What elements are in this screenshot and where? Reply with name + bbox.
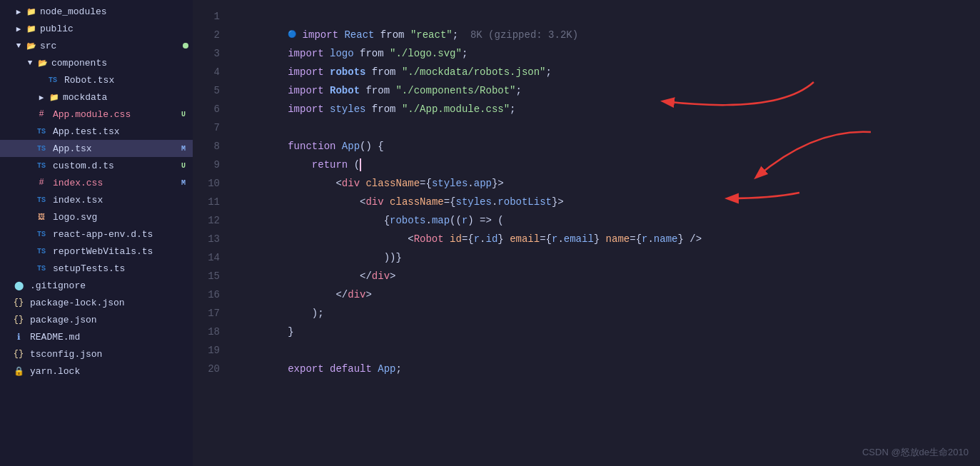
sidebar-item-custom-d-ts[interactable]: TS custom.d.ts U [0,157,193,174]
sidebar: ▶ 📁 node_modules ▶ 📁 public ▼ 📂 src ▼ 📂 … [0,0,193,466]
sidebar-item-tsconfig-json[interactable]: {} tsconfig.json [0,345,193,363]
sidebar-item-label: components [51,58,193,69]
sidebar-item-label: logo.svg [53,212,193,223]
line-number: 18 [193,323,220,341]
sidebar-item-index-tsx[interactable]: TS index.tsx [0,191,193,208]
sidebar-item-robot-tsx[interactable]: TS Robot.tsx [0,71,193,88]
sidebar-item-package-lock-json[interactable]: {} package-lock.json [0,294,193,311]
code-line-15: </div> [240,267,980,285]
code-line-18 [240,323,980,341]
sidebar-item-package-json[interactable]: {} package.json [0,311,193,328]
chevron-down-icon: ▼ [13,41,24,50]
sidebar-item-label: mockdata [63,92,193,103]
code-line-13: ))} [240,230,980,248]
editor-content: 1 2 3 4 5 6 7 8 9 10 11 12 13 14 15 16 1… [193,0,980,466]
css-icon: # [36,109,47,119]
line-number: 14 [193,248,220,267]
sidebar-item-gitignore[interactable]: ⬤ .gitignore [0,277,193,294]
sidebar-item-react-app-env[interactable]: TS react-app-env.d.ts [0,226,193,243]
ts-icon: TS [36,128,47,136]
code-line-11: {robots.map((r) => ( [240,193,980,211]
chevron-down-icon: ▼ [24,59,36,67]
line-number: 15 [193,267,220,285]
ts-icon: TS [36,231,47,238]
code-line-4: import Robot from "./components/Robot"; [240,63,980,81]
sidebar-item-label: yarn.lock [30,366,193,377]
sidebar-item-app-test-tsx[interactable]: TS App.test.tsx [0,123,193,140]
ts-icon: TS [36,162,47,170]
sidebar-item-yarn-lock[interactable]: 🔒 yarn.lock [0,363,193,380]
line-number: 3 [193,44,220,63]
line-number: 12 [193,211,220,230]
line-number: 5 [193,81,220,100]
json-icon: {} [13,315,24,325]
line-number: 9 [193,156,220,174]
sidebar-item-app-module-css[interactable]: # App.module.css U [0,106,193,123]
sidebar-item-label: tsconfig.json [30,349,193,360]
badge-m: M [178,144,188,153]
badge-u: U [178,161,188,171]
line-numbers: 1 2 3 4 5 6 7 8 9 10 11 12 13 14 15 16 1… [193,0,228,466]
ts-icon: TS [36,196,47,204]
sidebar-item-label: src [40,41,183,51]
sidebar-item-label: reportWebVitals.ts [53,246,193,257]
modified-dot [183,43,188,49]
sidebar-item-public[interactable]: ▶ 📁 public [0,20,193,37]
json-icon: {} [13,349,24,359]
code-line-16: ); [240,285,980,304]
code-line-10: <div className={styles.robotList}> [240,174,980,193]
sidebar-item-components[interactable]: ▼ 📂 components [0,54,193,71]
sidebar-item-setup-tests[interactable]: TS setupTests.ts [0,260,193,277]
sidebar-item-label: index.tsx [53,195,193,206]
sidebar-item-label: setupTests.ts [53,263,193,274]
code-line-2: import logo from "./logo.svg"; [240,26,980,44]
line-number: 16 [193,285,220,304]
line-number: 7 [193,118,220,137]
code-line-5: import styles from "./App.module.css"; [240,81,980,100]
line-number: 17 [193,304,220,323]
sidebar-item-label: node_modules [40,6,193,17]
lock-icon: 🔒 [13,366,24,377]
code-line-14: </div> [240,248,980,267]
sidebar-item-index-css[interactable]: # index.css M [0,174,193,191]
css-icon: # [36,178,47,188]
sidebar-item-readme-md[interactable]: ℹ README.md [0,328,193,345]
line-number: 8 [193,137,220,156]
sidebar-item-label: App.test.tsx [53,126,193,137]
editor[interactable]: 1 2 3 4 5 6 7 8 9 10 11 12 13 14 15 16 1… [193,0,980,466]
chevron-right-icon: ▶ [36,93,47,102]
code-line-6 [240,100,980,118]
code-line-12: <Robot id={r.id} email={r.email} name={r… [240,211,980,230]
sidebar-item-report-web-vitals[interactable]: TS reportWebVitals.ts [0,243,193,260]
code-line-19: export default App; [240,341,980,360]
sidebar-item-label: public [40,24,193,34]
ts-icon: TS [36,248,47,255]
info-icon: ℹ [13,332,24,343]
code-area[interactable]: 🔵 import React from "react"; 8K (gzipped… [228,0,980,466]
line-number: 2 [193,26,220,44]
sidebar-item-label: App.module.css [53,109,178,120]
code-line-7: function App() { [240,118,980,137]
badge-m: M [178,178,188,188]
sidebar-item-label: App.tsx [53,143,178,154]
sidebar-item-label: custom.d.ts [53,161,178,171]
code-line-1: 🔵 import React from "react"; 8K (gzipped… [240,7,980,26]
folder-icon: 📁 [26,7,37,16]
sidebar-item-node-modules[interactable]: ▶ 📁 node_modules [0,3,193,20]
git-icon: ⬤ [13,280,24,291]
sidebar-item-logo-svg[interactable]: 🖼 logo.svg [0,208,193,226]
folder-icon: 📁 [26,24,37,34]
code-line-17: } [240,304,980,323]
sidebar-item-src[interactable]: ▼ 📂 src [0,37,193,54]
sidebar-item-app-tsx[interactable]: TS App.tsx M [0,140,193,157]
line-number: 13 [193,230,220,248]
ts-icon: TS [47,76,59,84]
line-number: 11 [193,193,220,211]
line-number: 1 [193,7,220,26]
svg-icon: 🖼 [36,213,47,221]
sidebar-item-label: index.css [53,178,178,188]
sidebar-item-mockdata[interactable]: ▶ 📁 mockdata [0,88,193,106]
folder-icon: 📂 [26,41,37,51]
line-number: 20 [193,360,220,378]
json-icon: {} [13,298,24,308]
